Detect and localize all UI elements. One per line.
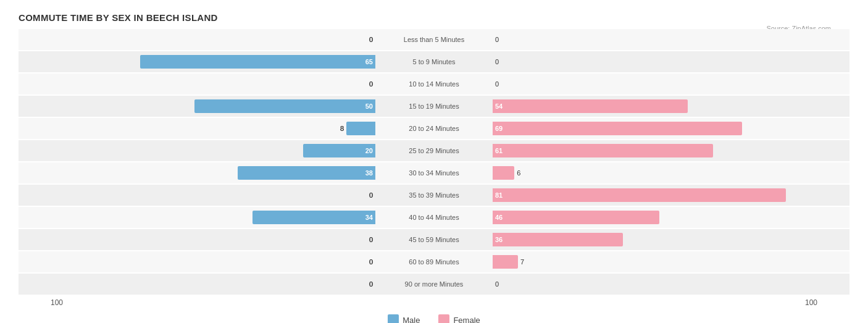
female-bar-container: 46	[493, 211, 800, 224]
rows-container: 0 0 Less than 5 Minutes 0	[19, 29, 849, 295]
female-bar-container: 0	[493, 55, 800, 69]
bar-section: 0 0 60 to 89 Minutes 7	[68, 251, 800, 272]
row-label: 5 to 9 Minutes	[375, 58, 493, 65]
female-bar: 69	[493, 122, 742, 135]
bars-wrapper: 38 38 30 to 34 Minutes 6	[68, 166, 800, 180]
chart-row: 0 0 60 to 89 Minutes 7	[19, 251, 849, 272]
legend: Male Female	[19, 314, 849, 323]
male-swatch	[388, 314, 399, 323]
male-zero: 0	[369, 280, 373, 288]
male-zero: 0	[369, 36, 373, 43]
row-label: 90 or more Minutes	[375, 280, 493, 288]
chart-row: 20 20 25 to 29 Minutes 61	[19, 140, 849, 161]
axis-right-label: 100	[800, 298, 849, 307]
bars-wrapper: 0 0 10 to 14 Minutes 0	[68, 77, 800, 91]
bars-wrapper: 0 0 90 or more Minutes 0	[68, 277, 800, 291]
chart-row: 34 34 40 to 44 Minutes 46	[19, 207, 849, 228]
male-bar-container: 20 20	[68, 144, 375, 157]
chart-row: 0 0 35 to 39 Minutes 81	[19, 185, 849, 206]
male-bar-container: 65 65	[68, 55, 375, 69]
female-bar-container: 0	[493, 277, 800, 291]
female-bar: 81	[493, 188, 786, 202]
bar-section: 0 0 35 to 39 Minutes 81	[68, 185, 800, 206]
male-bar-container: 0 0	[68, 255, 375, 269]
chart-title: COMMUTE TIME BY SEX IN BEECH ISLAND	[19, 12, 849, 23]
female-bar-container: 6	[493, 166, 800, 180]
male-bar: 38	[238, 166, 375, 180]
female-bar	[493, 255, 518, 269]
bar-section: 0 0 90 or more Minutes 0	[68, 274, 800, 295]
female-bar-container: 54	[493, 99, 800, 113]
bar-section: 65 65 5 to 9 Minutes 0	[68, 51, 800, 72]
bars-wrapper: 20 20 25 to 29 Minutes 61	[68, 144, 800, 157]
chart-row: 65 65 5 to 9 Minutes 0	[19, 51, 849, 72]
male-label: Male	[403, 316, 420, 324]
male-bar: 34	[252, 211, 375, 224]
row-label: Less than 5 Minutes	[375, 36, 493, 43]
chart-row: 0 0 90 or more Minutes 0	[19, 274, 849, 295]
row-label: 45 to 59 Minutes	[375, 236, 493, 243]
axis-center-spacer	[68, 298, 800, 307]
male-value-outside: 8	[340, 125, 344, 132]
bar-section: 0 0 45 to 59 Minutes 36	[68, 229, 800, 250]
male-bar-container: 0 0	[68, 188, 375, 202]
axis-left-label: 100	[19, 298, 68, 307]
female-bar-container: 81	[493, 188, 800, 202]
male-bar-container: 0 0	[68, 277, 375, 291]
female-bar-container: 61	[493, 144, 800, 157]
bar-section: 20 20 25 to 29 Minutes 61	[68, 140, 800, 161]
female-bar-container: 0	[493, 33, 800, 46]
row-label: 30 to 34 Minutes	[375, 169, 493, 177]
row-label: 40 to 44 Minutes	[375, 214, 493, 221]
female-zero: 0	[495, 36, 499, 43]
row-label: 15 to 19 Minutes	[375, 103, 493, 110]
female-zero: 0	[495, 58, 499, 65]
bars-wrapper: 0 0 35 to 39 Minutes 81	[68, 188, 800, 202]
female-value-outside: 7	[520, 258, 524, 266]
male-bar: 50	[194, 99, 375, 113]
male-bar-container: 34 34	[68, 211, 375, 224]
female-zero: 0	[495, 80, 499, 88]
legend-male: Male	[388, 314, 420, 323]
chart-row: 50 50 15 to 19 Minutes 54	[19, 96, 849, 117]
male-bar-container: 0 0	[68, 33, 375, 46]
bar-section: 50 50 15 to 19 Minutes 54	[68, 96, 800, 117]
female-bar-container: 36	[493, 233, 800, 246]
bars-wrapper: 0 0 Less than 5 Minutes 0	[68, 33, 800, 46]
bars-wrapper: 0 0 60 to 89 Minutes 7	[68, 255, 800, 269]
bars-wrapper: 50 50 15 to 19 Minutes 54	[68, 99, 800, 113]
female-bar-container: 7	[493, 255, 800, 269]
female-swatch	[438, 314, 449, 323]
female-bar: 46	[493, 211, 659, 224]
male-bar	[346, 122, 375, 135]
female-bar-container: 69	[493, 122, 800, 135]
female-value-outside: 6	[517, 169, 520, 177]
bar-section: 34 34 40 to 44 Minutes 46	[68, 207, 800, 228]
chart-row: 0 0 10 to 14 Minutes 0	[19, 73, 849, 94]
female-bar: 61	[493, 144, 713, 157]
female-bar: 54	[493, 99, 688, 113]
bars-wrapper: 34 34 40 to 44 Minutes 46	[68, 211, 800, 224]
bars-wrapper: 8 8 20 to 24 Minutes 69	[68, 122, 800, 135]
female-bar: 36	[493, 233, 623, 246]
row-label: 35 to 39 Minutes	[375, 191, 493, 199]
male-zero: 0	[369, 80, 373, 88]
chart-row: 0 0 Less than 5 Minutes 0	[19, 29, 849, 50]
male-bar-container: 0 0	[68, 233, 375, 246]
male-zero: 0	[369, 191, 373, 199]
row-label: 20 to 24 Minutes	[375, 125, 493, 132]
male-zero: 0	[369, 236, 373, 243]
male-bar-container: 38 38	[68, 166, 375, 180]
bar-section: 0 0 Less than 5 Minutes 0	[68, 29, 800, 50]
male-bar: 20	[303, 144, 375, 157]
chart-row: 38 38 30 to 34 Minutes 6	[19, 162, 849, 183]
female-bar-container: 0	[493, 77, 800, 91]
female-label: Female	[453, 316, 480, 324]
axis-labels: 100 100	[19, 296, 849, 307]
female-bar	[493, 166, 514, 180]
row-label: 10 to 14 Minutes	[375, 80, 493, 88]
bars-wrapper: 65 65 5 to 9 Minutes 0	[68, 55, 800, 69]
male-bar: 65	[140, 55, 375, 69]
male-bar-container: 0 0	[68, 77, 375, 91]
row-label: 60 to 89 Minutes	[375, 258, 493, 266]
